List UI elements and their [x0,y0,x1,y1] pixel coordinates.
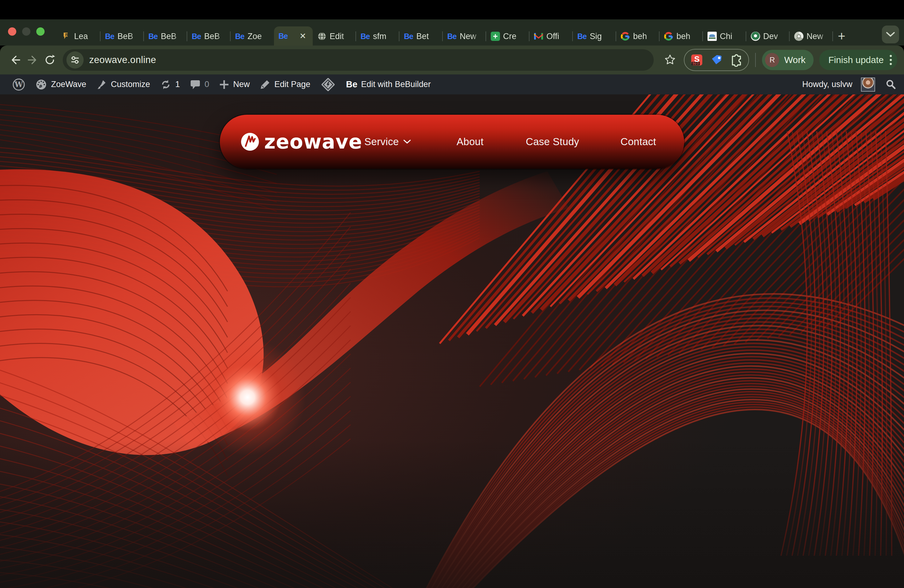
browser-tab[interactable]: Chi [703,27,746,46]
tab-title: sfm [373,32,395,41]
tab-title: BeB [161,32,183,41]
bookmark-button[interactable] [662,52,678,68]
edit-page-menu[interactable]: Edit Page [254,74,315,95]
behance-favicon: Be [577,32,587,41]
zoom-window-button[interactable] [36,27,44,36]
browser-tab[interactable]: Edit [313,27,356,46]
tab-title: Offi [547,32,569,41]
round-badge-favicon [751,32,760,41]
wp-admin-bar: W ZoeWave Customize 1 0 New Edit Page Be… [0,74,904,95]
comments-menu[interactable]: 0 [185,74,214,95]
browser-tab[interactable]: Be BeB [144,27,187,46]
profile-button[interactable]: R Work [762,50,813,70]
update-arrows-icon [160,79,172,90]
browser-tab[interactable]: Be Bet [400,27,443,46]
my-account-menu[interactable]: Howdy, uslvw [797,74,876,95]
seo-extension-icon[interactable]: SSEO [690,53,703,67]
nav-item-about[interactable]: About [457,115,484,169]
updates-menu[interactable]: 1 [155,74,185,95]
gmail-favicon [534,32,543,41]
chevron-down-icon [403,139,411,144]
browser-tab[interactable]: Dev [746,27,790,46]
tab-title: Chi [720,32,742,41]
tag-extension-icon[interactable] [710,53,723,67]
minimize-window-button[interactable] [22,27,30,36]
tab-title: Bet [416,32,438,41]
tab-title: Zoe [248,32,270,41]
nav-item-contact[interactable]: Contact [621,115,656,169]
site-name-menu[interactable]: ZoeWave [30,74,91,95]
wp-logo-menu[interactable]: W [7,74,30,95]
reload-icon [43,54,56,66]
close-tab-icon[interactable]: ✕ [299,32,306,40]
dashboard-gauge-icon [35,78,47,91]
back-button[interactable] [7,51,24,69]
active-browser-tab[interactable]: Be ✕ [274,27,313,46]
new-tab-button[interactable]: + [833,27,850,46]
browser-tab[interactable]: Be New [443,27,486,46]
browser-tab[interactable]: R Lea [57,27,101,46]
site-logo-text: zeowave [264,130,362,153]
edit-with-bebuilder-menu[interactable]: Be Edit with BeBuilder [341,74,436,95]
browser-tab-strip: R Lea Be BeB Be BeB Be BeB Be Zoe Be ✕ [0,19,904,46]
finish-update-button[interactable]: Finish update [819,50,897,70]
behance-favicon: Be [447,32,457,41]
behance-favicon: Be [105,32,114,41]
site-navbar: zeowave Service About Case Study Contact [220,115,684,169]
page-hero: zeowave Service About Case Study Contact [0,95,904,588]
svg-text:W: W [14,80,24,89]
chrome-favicon [794,32,803,41]
profile-label: Work [784,55,805,65]
address-bar[interactable]: zeowave.online [63,49,654,71]
tab-title: New [806,32,829,41]
lead-app-favicon: R [62,32,71,41]
tab-title: Dev [763,32,785,41]
behance-favicon: Be [278,32,288,41]
tab-search-button[interactable] [882,25,899,43]
realty-site-favicon [707,32,717,41]
chevron-down-icon [886,32,895,37]
nav-item-case-study[interactable]: Case Study [526,115,579,169]
forward-button[interactable] [24,51,41,69]
browser-tab[interactable]: Be BeB [101,27,144,46]
extensions-puzzle-icon[interactable] [729,53,743,67]
browser-tab[interactable]: New [790,27,833,46]
zeowave-logo-icon [241,133,259,151]
browser-tab[interactable]: Be sfm [356,27,400,46]
site-logo[interactable]: zeowave [241,115,362,169]
tab-title: New [460,32,482,41]
wordpress-icon: W [12,78,25,91]
brush-icon [96,79,107,90]
close-window-button[interactable] [8,27,16,36]
comment-bubble-icon [190,79,201,90]
kebab-menu-icon[interactable] [889,54,892,66]
star-icon [664,54,676,66]
forward-arrow-icon [27,54,39,66]
behance-favicon: Be [148,32,158,41]
betheme-diamond-icon [320,77,336,93]
browser-tab[interactable]: beh [659,27,703,46]
browser-tab[interactable]: Be BeB [187,27,231,46]
avatar: R [765,53,779,67]
browser-toolbar: zeowave.online SSEO R Work Finish update [0,46,904,74]
behance-favicon: Be [191,32,201,41]
customize-menu[interactable]: Customize [91,74,155,95]
new-content-menu[interactable]: New [214,74,254,95]
tab-title: beh [633,32,655,41]
site-info-button[interactable] [66,51,84,69]
back-arrow-icon [9,54,22,66]
browser-tab[interactable]: Offi [529,27,573,46]
tab-title: Cre [503,32,525,41]
browser-tab[interactable]: Cre [486,27,529,46]
extensions-area: SSEO [684,49,749,71]
toolbar-divider [755,53,756,67]
nav-item-service[interactable]: Service [364,115,411,169]
browser-tab[interactable]: Be Sig [573,27,616,46]
browser-tab[interactable]: Be Zoe [231,27,274,46]
reload-button[interactable] [41,51,58,69]
url-text[interactable]: zeowave.online [89,54,156,65]
browser-tab[interactable]: beh [616,27,659,46]
tab-title: Lea [74,32,96,41]
betheme-menu[interactable] [315,74,341,95]
adminbar-search-button[interactable] [885,79,897,90]
